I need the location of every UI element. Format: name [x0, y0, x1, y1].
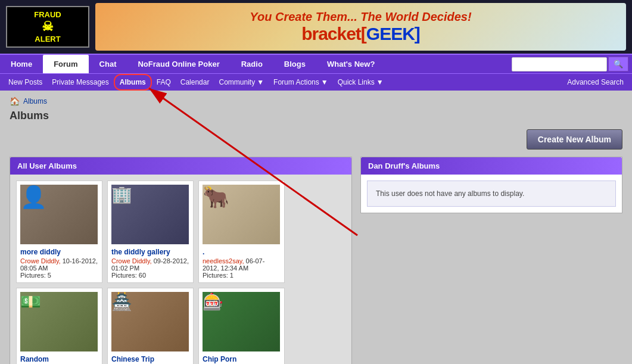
page-content: 🏠 Albums Albums Create New Album All Use… [0, 91, 632, 364]
all-albums-container: All User Albums 👤 more diddly Crowe Didd… [10, 157, 352, 364]
album-item-more-diddly[interactable]: 👤 more diddly Crowe Diddly, 10-16-2012, … [16, 181, 102, 283]
sub-nav-new-posts[interactable]: New Posts [4, 75, 47, 89]
album-thumbnail-needless2say: 🐂 [203, 185, 280, 244]
album-item-the-diddly[interactable]: 🏢 the diddly gallery Crowe Diddly, 09-28… [107, 181, 194, 283]
fraud-alert-box: FRAUD ☠ ALERT [6, 6, 89, 48]
sub-nav-forum-actions[interactable]: Forum Actions ▼ [269, 75, 333, 89]
sub-nav-calendar[interactable]: Calendar [176, 75, 214, 89]
create-new-album-button[interactable]: Create New Album [527, 129, 622, 150]
nav-forum[interactable]: Forum [43, 55, 88, 73]
album-item-needless2say[interactable]: 🐂 . needless2say, 06-07-2012, 12:34 AM P… [198, 181, 285, 283]
nav-whats-new[interactable]: What's New? [316, 55, 385, 73]
album-thumbnail-more-diddly: 👤 [20, 185, 98, 244]
album-thumbnail-chip-porn: 🎰 [203, 292, 280, 351]
sub-nav-albums[interactable]: Albums [114, 74, 152, 91]
skull-icon: ☠ [42, 19, 54, 35]
breadcrumb: 🏠 Albums [10, 97, 622, 106]
top-bar: FRAUD ☠ ALERT You Create Them... The Wor… [0, 0, 632, 54]
dan-druff-container: Dan Druff's Albums This user does not ha… [360, 157, 622, 213]
sub-nav-community[interactable]: Community ▼ [214, 75, 269, 89]
sub-nav-quick-links[interactable]: Quick Links ▼ [333, 75, 388, 89]
all-albums-section: All User Albums 👤 more diddly Crowe Didd… [10, 157, 352, 364]
nav-radio[interactable]: Radio [231, 55, 273, 73]
album-meta-more-diddly: Crowe Diddly, 10-16-2012, 08:05 AM [20, 257, 98, 272]
search-area: 🔍 [512, 57, 632, 71]
nav-chat[interactable]: Chat [89, 55, 127, 73]
album-meta-the-diddly: Crowe Diddly, 09-28-2012, 01:02 PM [111, 257, 189, 272]
album-user-needless2say: needless2say [203, 257, 242, 265]
animal-icon: 🐂 [203, 185, 229, 209]
all-albums-header: All User Albums [10, 157, 351, 175]
search-input[interactable] [512, 57, 607, 71]
album-title-needless2say[interactable]: . [203, 248, 281, 256]
dan-druff-header: Dan Druff's Albums [361, 157, 622, 175]
search-button[interactable]: 🔍 [608, 57, 628, 71]
nav-poker[interactable]: NoFraud Online Poker [127, 55, 230, 73]
album-title-more-diddly[interactable]: more diddly [20, 248, 98, 256]
sub-nav-faq[interactable]: FAQ [152, 75, 176, 89]
album-item-chinese-trip[interactable]: 🏯 Chinese Trip [107, 288, 194, 364]
breadcrumb-albums-link[interactable]: Albums [23, 97, 47, 105]
sub-nav-private-messages[interactable]: Private Messages [47, 75, 113, 89]
album-pics-the-diddly: Pictures: 60 [111, 272, 189, 279]
banner-content: You Create Them... The World Decides! br… [250, 10, 471, 44]
album-title-chip-porn[interactable]: Chip Porn [203, 355, 281, 363]
dan-druff-section: Dan Druff's Albums This user does not ha… [360, 157, 622, 364]
poker-chip-icon: 🎰 [203, 293, 223, 311]
home-breadcrumb-icon: 🏠 [10, 97, 20, 106]
all-albums-grid: 👤 more diddly Crowe Diddly, 10-16-2012, … [10, 175, 351, 364]
album-thumbnail-chinese-trip: 🏯 [111, 292, 189, 351]
album-thumbnail-the-diddly: 🏢 [111, 185, 189, 244]
album-user-the-diddly: Crowe Diddly [111, 257, 150, 265]
album-pics-more-diddly: Pictures: 5 [20, 272, 98, 279]
building-icon: 🏢 [111, 185, 132, 204]
album-item-chip-porn[interactable]: 🎰 Chip Porn PLOL, 03-06-2012, [198, 288, 285, 364]
album-user-more-diddly: Crowe Diddly [20, 257, 59, 265]
sub-nav-advanced-search[interactable]: Advanced Search [562, 75, 628, 89]
album-title-chinese-trip[interactable]: Chinese Trip [111, 355, 189, 363]
album-thumbnail-random: 💵 [20, 292, 98, 351]
banner-logo: bracket[GEEK] [250, 24, 471, 44]
main-nav: Home Forum Chat NoFraud Online Poker Rad… [0, 54, 632, 73]
album-title-the-diddly[interactable]: the diddly gallery [111, 248, 189, 256]
banner-logo-post: GEEK] [366, 24, 420, 43]
fraud-alert-text1: FRAUD [34, 10, 61, 19]
album-pics-needless2say: Pictures: 1 [203, 272, 281, 279]
dropdown-arrow-forum: ▼ [321, 78, 328, 86]
money-icon: 💵 [20, 293, 41, 311]
banner-tagline: You Create Them... The World Decides! [250, 10, 471, 24]
banner[interactable]: You Create Them... The World Decides! br… [95, 3, 626, 51]
dan-druff-empty-message: This user does not have any albums to di… [367, 181, 616, 207]
create-btn-row: Create New Album [10, 129, 622, 150]
albums-layout: All User Albums 👤 more diddly Crowe Didd… [10, 157, 622, 364]
album-meta-needless2say: needless2say, 06-07-2012, 12:34 AM [203, 257, 281, 272]
nav-home[interactable]: Home [0, 55, 43, 73]
fraud-alert-text2: ALERT [35, 35, 60, 43]
album-title-random[interactable]: Random [20, 355, 98, 363]
arch-icon: 🏯 [111, 293, 132, 311]
dropdown-arrow-quick: ▼ [376, 78, 384, 86]
sub-nav: New Posts Private Messages Albums FAQ Ca… [0, 73, 632, 91]
nav-blogs[interactable]: Blogs [273, 55, 316, 73]
page-title: Albums [10, 110, 622, 122]
dropdown-arrow-community: ▼ [257, 78, 264, 86]
person-icon: 👤 [20, 185, 47, 209]
banner-logo-pre: bracket[ [301, 24, 366, 43]
album-item-random[interactable]: 💵 Random mtnDew, 04-06- [16, 288, 102, 364]
